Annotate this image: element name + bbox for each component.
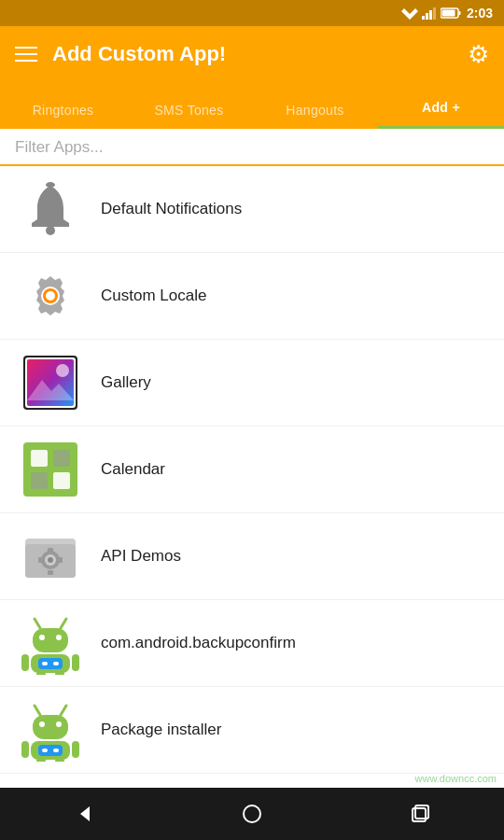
home-button[interactable]	[241, 803, 263, 825]
filter-input[interactable]	[15, 138, 489, 157]
list-item[interactable]: API Demos	[0, 513, 504, 600]
svg-rect-45	[33, 715, 68, 739]
app-list: Default Notifications Custom Locale	[0, 166, 504, 778]
toolbar-left: Add Custom App!	[15, 42, 226, 66]
svg-rect-55	[38, 745, 63, 756]
app-name: API Demos	[101, 547, 181, 566]
list-item[interactable]: Calendar	[0, 427, 504, 513]
svg-rect-51	[21, 741, 29, 758]
back-button[interactable]	[73, 803, 95, 825]
svg-rect-44	[53, 662, 59, 665]
svg-point-27	[48, 557, 53, 563]
svg-rect-42	[38, 658, 63, 669]
svg-rect-2	[426, 13, 428, 20]
recents-button[interactable]	[409, 803, 431, 825]
app-icon-bell	[19, 177, 82, 241]
svg-rect-4	[433, 7, 436, 20]
status-icons	[401, 7, 461, 20]
app-name: Default Notifications	[101, 200, 242, 218]
svg-point-34	[56, 635, 62, 640]
status-time: 2:03	[467, 6, 493, 21]
svg-point-59	[244, 805, 260, 822]
svg-rect-30	[38, 557, 43, 563]
svg-rect-9	[46, 182, 55, 188]
hamburger-line-3	[15, 60, 37, 62]
tab-hangouts[interactable]: Hangouts	[252, 103, 378, 129]
list-item[interactable]: Custom Locale	[0, 253, 504, 340]
app-icon-calendar	[19, 438, 82, 501]
svg-rect-28	[48, 548, 53, 553]
svg-line-48	[35, 706, 40, 715]
tabs-bar: Ringtones SMS Tones Hangouts Add +	[0, 82, 504, 129]
svg-line-35	[35, 619, 40, 628]
svg-rect-19	[31, 450, 48, 467]
svg-rect-39	[72, 654, 79, 671]
svg-point-17	[56, 364, 69, 377]
filter-bar	[0, 129, 504, 166]
signal-icon	[422, 7, 437, 20]
app-icon-android	[19, 611, 82, 675]
svg-rect-20	[53, 450, 70, 467]
svg-point-33	[39, 635, 45, 640]
list-item[interactable]: Default Notifications	[0, 166, 504, 253]
svg-marker-0	[401, 8, 418, 20]
hamburger-icon[interactable]	[15, 47, 37, 62]
wifi-icon	[401, 7, 418, 20]
svg-point-46	[39, 721, 45, 727]
app-icon-package-installer	[19, 698, 82, 762]
svg-point-12	[46, 291, 55, 301]
app-name: Package installer	[101, 721, 221, 739]
list-item[interactable]: Gallery	[0, 340, 504, 427]
svg-marker-58	[80, 806, 90, 821]
app-icon-api-demos	[19, 525, 82, 588]
bottom-nav	[0, 788, 504, 840]
svg-line-36	[61, 619, 66, 628]
svg-rect-22	[53, 472, 70, 489]
toolbar-title: Add Custom App!	[52, 42, 226, 66]
status-bar: 2:03	[0, 0, 504, 26]
svg-rect-32	[33, 628, 68, 652]
tab-ringtones[interactable]: Ringtones	[0, 103, 126, 129]
tab-sms-tones[interactable]: SMS Tones	[126, 103, 252, 129]
toolbar: Add Custom App! ⚙	[0, 26, 504, 82]
svg-rect-3	[429, 10, 432, 20]
list-item[interactable]: Package installer	[0, 687, 504, 774]
svg-line-49	[61, 706, 66, 715]
svg-rect-56	[42, 749, 48, 752]
svg-rect-1	[422, 16, 425, 20]
app-icon-gallery	[19, 351, 82, 414]
hamburger-line-1	[15, 47, 37, 49]
svg-rect-38	[21, 654, 29, 671]
svg-rect-6	[441, 10, 455, 17]
app-icon-custom-locale	[19, 264, 82, 328]
app-name: com.android.backupconfirm	[101, 634, 296, 652]
settings-icon[interactable]: ⚙	[468, 40, 489, 69]
app-name: Calendar	[101, 460, 165, 479]
tab-add[interactable]: Add +	[378, 100, 504, 129]
svg-rect-31	[58, 557, 63, 563]
svg-point-47	[56, 721, 62, 727]
hamburger-line-2	[15, 53, 37, 55]
svg-rect-7	[458, 11, 460, 15]
app-name: Custom Locale	[101, 287, 206, 305]
svg-rect-52	[72, 741, 79, 758]
svg-rect-57	[53, 749, 59, 752]
svg-rect-43	[42, 662, 48, 665]
battery-icon	[441, 7, 461, 19]
svg-rect-21	[31, 472, 48, 489]
svg-point-8	[46, 226, 55, 235]
svg-rect-29	[48, 570, 53, 575]
list-item[interactable]: com.android.backupconfirm	[0, 600, 504, 687]
app-name: Gallery	[101, 373, 151, 392]
